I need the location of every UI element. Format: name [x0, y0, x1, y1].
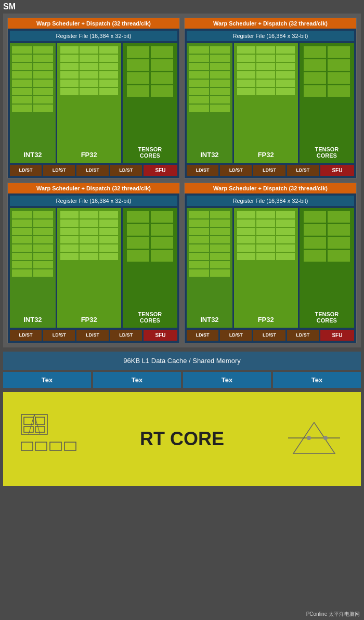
core-cell: [256, 63, 275, 70]
tex-row: TexTexTexTex: [0, 372, 364, 388]
register-file-3: Register File (16,384 x 32-bit): [187, 196, 354, 206]
l1-cache: 96KB L1 Data Cache / Shared Memory: [3, 352, 361, 370]
core-cell: [60, 211, 79, 218]
fp32-label-2: FP32: [81, 316, 97, 324]
tensor-core-cell: [304, 72, 326, 84]
tensor-core-cell: [127, 59, 149, 71]
tensor-core-cell: [127, 72, 149, 84]
svg-point-14: [323, 436, 328, 440]
ldst-btn-1-1: LD/ST: [220, 165, 252, 176]
core-cell: [256, 236, 275, 243]
core-cell: [80, 253, 98, 260]
ldst-btn-0-0: LD/ST: [10, 165, 42, 176]
core-cell: [276, 63, 295, 70]
core-cell: [237, 80, 256, 87]
cores-area-0: INT32FP32TENSOR CORES: [8, 43, 179, 163]
core-cell: [12, 211, 32, 218]
core-cell: [276, 80, 295, 87]
core-cell: [210, 88, 230, 95]
tensor-core-cell: [127, 224, 149, 236]
tex-btn-0[interactable]: Tex: [3, 372, 91, 388]
core-cell: [12, 63, 32, 70]
svg-rect-8: [35, 442, 47, 450]
core-cell: [12, 219, 32, 227]
core-cell: [189, 71, 209, 79]
core-cell: [237, 88, 256, 95]
svg-rect-7: [21, 442, 33, 450]
warp-header-1: Warp Scheduler + Dispatch (32 thread/clk…: [185, 18, 356, 29]
core-cell: [99, 55, 118, 62]
tensor-label-0: TENSOR CORES: [138, 146, 162, 159]
core-cell: [189, 96, 209, 104]
tensor-core-cell: [151, 224, 173, 236]
core-cell: [256, 253, 275, 260]
ldst-btn-3-1: LD/ST: [220, 330, 252, 341]
sm-label: SM: [0, 0, 364, 14]
tensor-core-cell: [151, 46, 173, 58]
tensor-core-cell: [328, 250, 350, 262]
core-cell: [237, 219, 256, 227]
tex-btn-2[interactable]: Tex: [183, 372, 271, 388]
core-cell: [80, 88, 98, 95]
tensor-core-cell: [151, 85, 173, 97]
core-cell: [99, 80, 118, 87]
int32-col-1: INT32: [187, 43, 232, 163]
core-cell: [189, 253, 209, 260]
bottom-row-0: LD/STLD/STLD/STLD/STSFU: [8, 165, 179, 178]
svg-rect-10: [64, 442, 76, 450]
tensor-label-3: TENSOR CORES: [315, 311, 339, 324]
core-cell: [33, 46, 54, 54]
tensor-core-cell: [304, 59, 326, 71]
core-cell: [33, 244, 54, 252]
int32-label-2: INT32: [23, 316, 42, 324]
core-cell: [99, 244, 118, 252]
core-cell: [33, 88, 54, 95]
core-cell: [12, 261, 32, 268]
tex-btn-1[interactable]: Tex: [93, 372, 181, 388]
tensor-core-cell: [127, 250, 149, 262]
core-cell: [80, 80, 98, 87]
tensor-core-cell: [328, 46, 350, 58]
core-cell: [60, 253, 79, 260]
ldst-btn-1-0: LD/ST: [187, 165, 218, 176]
core-cell: [276, 253, 295, 260]
core-cell: [80, 236, 98, 243]
core-cell: [60, 88, 79, 95]
ldst-btn-2-1: LD/ST: [43, 330, 75, 341]
tensor-core-cell: [328, 72, 350, 84]
tensor-core-cell: [127, 46, 149, 58]
core-cell: [210, 46, 230, 54]
core-cell: [237, 253, 256, 260]
tex-btn-3[interactable]: Tex: [273, 372, 361, 388]
ldst-btn-0-3: LD/ST: [110, 165, 142, 176]
core-cell: [33, 228, 54, 235]
core-cell: [210, 253, 230, 260]
core-cell: [33, 80, 54, 87]
sfu-btn-2: SFU: [144, 330, 177, 341]
core-cell: [210, 211, 230, 218]
tensor-core-cell: [328, 59, 350, 71]
bottom-row-1: LD/STLD/STLD/STLD/STSFU: [185, 165, 356, 178]
core-cell: [189, 55, 209, 62]
tensor-core-cell: [304, 237, 326, 249]
core-cell: [80, 71, 98, 79]
core-cell: [12, 71, 32, 79]
core-cell: [80, 228, 98, 235]
svg-rect-4: [35, 427, 45, 432]
core-cell: [210, 80, 230, 87]
core-cell: [276, 228, 295, 235]
core-cell: [189, 211, 209, 218]
core-cell: [33, 236, 54, 243]
core-cell: [33, 105, 54, 112]
fp32-label-3: FP32: [258, 316, 274, 324]
warp-header-2: Warp Scheduler + Dispatch (32 thread/clk…: [8, 183, 179, 193]
rt-shapes-right: [288, 417, 345, 461]
core-cell: [60, 63, 79, 70]
core-cell: [210, 269, 230, 277]
bottom-row-3: LD/STLD/STLD/STLD/STSFU: [185, 330, 356, 343]
core-cell: [33, 261, 54, 268]
fp32-col-1: FP32: [234, 43, 298, 163]
tensor-core-cell: [151, 250, 173, 262]
core-cell: [60, 219, 79, 227]
rt-shapes-left: [19, 407, 81, 471]
